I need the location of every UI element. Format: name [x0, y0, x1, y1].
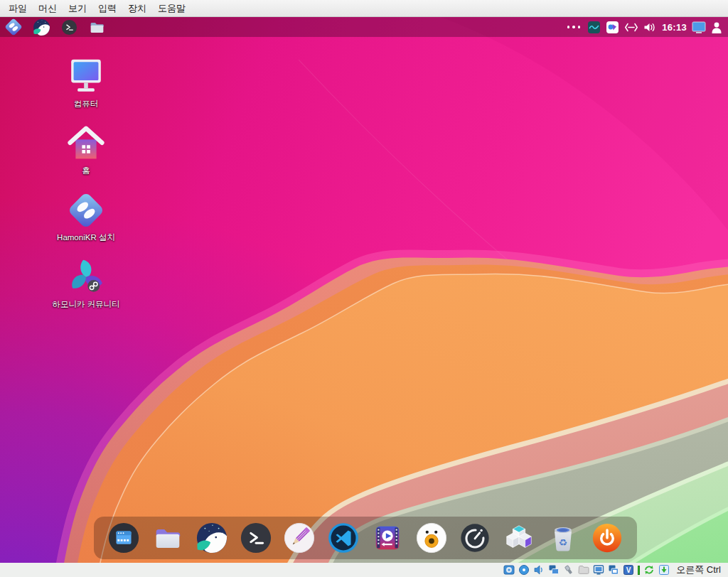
menu-file[interactable]: 파일: [9, 2, 27, 15]
menu-input[interactable]: 입력: [98, 2, 117, 15]
menu-machine[interactable]: 머신: [38, 2, 57, 15]
folder-icon: [88, 18, 106, 36]
tray-overflow-button[interactable]: [567, 26, 581, 28]
display-status-icon[interactable]: [593, 564, 604, 576]
menu-view[interactable]: 보기: [68, 2, 87, 15]
desktop-icon-computer[interactable]: 컴퓨터: [49, 58, 123, 109]
hamonikr-logo-icon: [4, 18, 23, 36]
dock-audio-player[interactable]: [414, 522, 448, 555]
terminal-icon: [240, 522, 272, 554]
usb-status-icon[interactable]: [563, 564, 574, 576]
app-launcher-icon: [107, 522, 140, 554]
menu-help[interactable]: 도움말: [158, 2, 186, 15]
harddisk-status-icon[interactable]: [503, 564, 515, 576]
video-player-icon: [371, 522, 404, 554]
dock-file-manager[interactable]: [151, 522, 185, 555]
volume-tray-icon[interactable]: [643, 22, 657, 33]
desktop-icons: 컴퓨터 홈 HamoniKR 설치 하모니카 커뮤니티: [49, 58, 123, 325]
dock-software-center[interactable]: [503, 522, 536, 555]
dock-video-player[interactable]: [370, 522, 404, 555]
desktop-icon-label: HamoniKR 설치: [57, 232, 115, 243]
audio-player-icon: [415, 522, 448, 554]
clock[interactable]: 16:13: [662, 22, 687, 33]
shared-folders-status-icon[interactable]: [578, 564, 589, 576]
virtualbox-window: 파일 머신 보기 입력 장치 도움말: [0, 0, 728, 577]
whale-browser-icon: [196, 522, 228, 554]
network-status-icon[interactable]: [548, 564, 560, 576]
mouse-integration-status-icon[interactable]: [658, 564, 670, 576]
dock-system-monitor[interactable]: [459, 522, 492, 555]
desktop-icon-home[interactable]: 홈: [49, 124, 123, 176]
text-editor-icon: [283, 522, 316, 554]
file-manager-icon: [151, 522, 184, 554]
whale-browser-launcher[interactable]: [32, 18, 50, 36]
wave-app-tray-icon[interactable]: [587, 21, 601, 34]
audio-status-icon[interactable]: [533, 564, 545, 576]
trash-icon: ♻: [547, 522, 579, 554]
network-tray-icon[interactable]: [624, 23, 638, 32]
panel-launchers: [4, 18, 106, 36]
desktop-icon-label: 하모니카 커뮤니티: [52, 299, 119, 310]
desktop-icon-label: 컴퓨터: [74, 99, 99, 109]
dock-text-editor[interactable]: [283, 522, 316, 555]
dock: ♻: [94, 517, 637, 559]
vscode-icon: [327, 522, 360, 554]
vbox-menubar: 파일 머신 보기 입력 장치 도움말: [0, 0, 728, 17]
dock-terminal[interactable]: [239, 522, 272, 555]
dock-power[interactable]: [590, 522, 623, 555]
hamonikr-menu-button[interactable]: [4, 18, 23, 36]
terminal-launcher[interactable]: [60, 18, 78, 36]
activity-indicator: [638, 566, 640, 575]
system-tray: 16:13: [567, 21, 722, 34]
svg-text:♻: ♻: [558, 537, 567, 549]
vbox-features-status-icon[interactable]: V: [623, 564, 634, 576]
hamonikr-install-icon: [67, 191, 105, 230]
auto-resize-status-icon[interactable]: [643, 564, 655, 576]
menu-devices[interactable]: 장치: [128, 2, 146, 15]
dock-whale-browser[interactable]: [195, 522, 228, 555]
desktop-icon-hamonikr-install[interactable]: HamoniKR 설치: [49, 191, 123, 243]
dock-trash[interactable]: ♻: [546, 522, 579, 555]
optical-disc-status-icon[interactable]: [518, 564, 530, 576]
dock-app-launcher[interactable]: [107, 522, 141, 555]
dock-vscode[interactable]: [327, 522, 360, 555]
desktop-icon-hamonika-community[interactable]: 하모니카 커뮤니티: [49, 258, 123, 310]
software-center-icon: [503, 522, 535, 554]
messenger-tray-icon[interactable]: [606, 21, 619, 34]
user-tray-icon[interactable]: [711, 21, 722, 33]
hamonika-community-icon: [67, 258, 105, 296]
vbox-statusbar: V 오른쪽 Ctrl: [0, 563, 728, 577]
host-key-label: 오른쪽 Ctrl: [676, 563, 721, 576]
recording-status-icon[interactable]: [608, 564, 619, 576]
file-manager-launcher[interactable]: [87, 18, 106, 36]
home-icon: [67, 124, 105, 163]
terminal-icon: [61, 19, 77, 36]
power-icon: [591, 522, 623, 554]
whale-browser-icon: [33, 18, 50, 36]
top-panel: 16:13: [0, 17, 728, 37]
svg-text:V: V: [626, 566, 631, 574]
system-monitor-icon: [459, 522, 491, 554]
desktop: 16:13 컴퓨터 홈 Hamo: [0, 17, 728, 563]
computer-icon: [67, 58, 105, 96]
display-tray-icon[interactable]: [692, 21, 706, 33]
desktop-icon-label: 홈: [82, 166, 90, 176]
